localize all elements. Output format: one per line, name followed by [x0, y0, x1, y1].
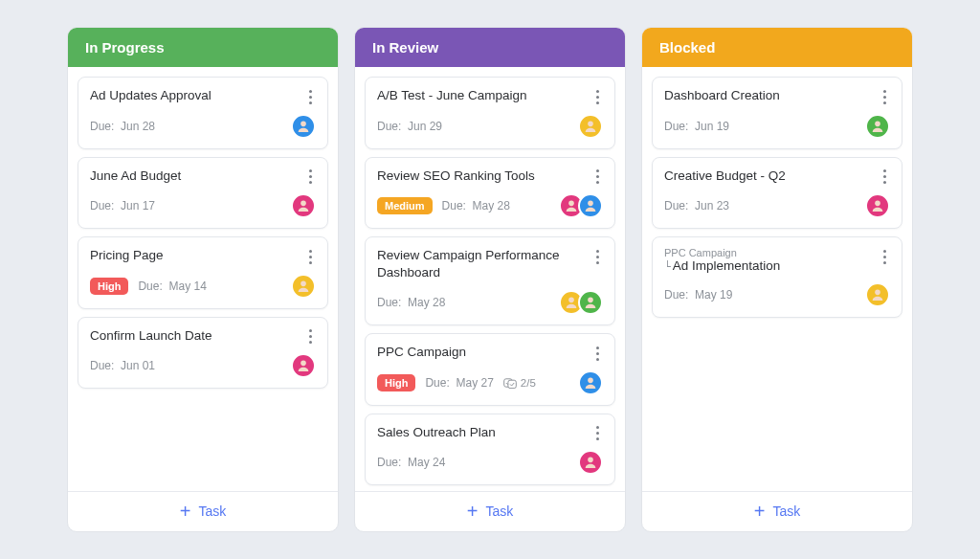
assignees	[578, 114, 603, 139]
svg-point-11	[588, 377, 593, 383]
add-task-label: Task	[772, 503, 800, 519]
column-body: Ad Updates Approval Due: Jun 28 June Ad …	[68, 67, 338, 491]
column-footer: + Task	[642, 491, 912, 531]
more-options-icon[interactable]	[877, 247, 892, 266]
svg-point-15	[875, 290, 880, 296]
plus-icon: +	[180, 502, 191, 521]
column-header: Blocked	[642, 28, 912, 67]
avatar-icon	[865, 282, 890, 307]
avatar-icon	[578, 193, 603, 218]
card-title: Ad Updates Approval	[90, 87, 316, 104]
add-task-button[interactable]: + Task	[754, 502, 800, 521]
more-options-icon[interactable]	[590, 424, 605, 443]
add-task-label: Task	[485, 503, 513, 519]
avatar-icon	[291, 353, 316, 378]
svg-point-5	[568, 201, 574, 207]
assignees	[291, 114, 316, 139]
task-card[interactable]: A/B Test - June Campaign Due: Jun 29	[365, 77, 615, 149]
column-footer: + Task	[68, 491, 338, 531]
card-title: Dashboard Creation	[664, 87, 890, 104]
svg-point-3	[301, 361, 306, 367]
due-date: Due: May 14	[138, 280, 206, 293]
priority-badge: High	[90, 278, 128, 295]
more-options-icon[interactable]	[590, 247, 605, 266]
assignees	[291, 274, 316, 299]
assignees	[291, 193, 316, 218]
task-card[interactable]: Dashboard Creation Due: Jun 19	[652, 77, 902, 149]
kanban-column: Blocked Dashboard Creation Due: Jun 19 C…	[641, 27, 913, 532]
kanban-column: In Progress Ad Updates Approval Due: Jun…	[67, 27, 339, 532]
add-task-label: Task	[198, 503, 226, 519]
task-card[interactable]: PPC Campaign High Due: May 27 2/5	[365, 333, 615, 406]
avatar-icon	[291, 274, 316, 299]
assignees	[559, 290, 603, 315]
svg-point-8	[588, 298, 593, 303]
task-card[interactable]: June Ad Budget Due: Jun 17	[78, 157, 328, 230]
priority-badge: Medium	[377, 197, 433, 214]
more-options-icon[interactable]	[590, 87, 605, 106]
column-footer: + Task	[355, 491, 625, 531]
more-options-icon[interactable]	[590, 168, 605, 187]
column-body: A/B Test - June Campaign Due: Jun 29 Rev…	[355, 67, 625, 491]
card-title: Confirm Launch Date	[90, 327, 316, 345]
kanban-board: In Progress Ad Updates Approval Due: Jun…	[67, 27, 913, 532]
column-header: In Progress	[68, 28, 338, 67]
card-parent: PPC Campaign└Ad Implementation	[664, 247, 890, 273]
assignees	[865, 114, 890, 139]
avatar-icon	[865, 114, 890, 139]
card-title: Sales Outreach Plan	[377, 424, 603, 441]
svg-point-1	[301, 201, 306, 207]
assignees	[578, 370, 603, 395]
due-date: Due: Jun 29	[377, 120, 442, 133]
due-date: Due: Jun 19	[664, 120, 729, 133]
avatar-icon	[578, 450, 603, 475]
task-card[interactable]: Pricing Page High Due: May 14	[78, 236, 328, 309]
kanban-column: In Review A/B Test - June Campaign Due: …	[354, 27, 626, 532]
due-date: Due: Jun 23	[664, 199, 729, 212]
add-task-button[interactable]: + Task	[467, 502, 513, 521]
svg-point-2	[301, 280, 306, 286]
assignees	[559, 193, 603, 218]
avatar-icon	[578, 114, 603, 139]
avatar-icon	[291, 114, 316, 139]
due-date: Due: May 19	[664, 288, 732, 302]
plus-icon: +	[467, 502, 479, 521]
svg-point-13	[875, 121, 880, 126]
task-card[interactable]: Sales Outreach Plan Due: May 24	[365, 414, 615, 486]
card-title: Pricing Page	[90, 247, 316, 264]
priority-badge: High	[377, 374, 415, 391]
svg-rect-10	[508, 380, 516, 388]
card-title: A/B Test - June Campaign	[377, 87, 603, 104]
task-card[interactable]: Creative Budget - Q2 Due: Jun 23	[652, 157, 902, 230]
column-body: Dashboard Creation Due: Jun 19 Creative …	[642, 67, 912, 491]
card-title: Review Campaign Performance Dashboard	[377, 247, 603, 280]
more-options-icon[interactable]	[302, 168, 318, 187]
svg-point-7	[568, 298, 574, 303]
task-card[interactable]: Confirm Launch Date Due: Jun 01	[78, 317, 328, 390]
avatar-icon	[578, 370, 603, 395]
due-date: Due: May 24	[377, 456, 445, 469]
checklist-indicator: 2/5	[503, 377, 536, 389]
task-card[interactable]: Review SEO Ranking Tools Medium Due: May…	[365, 157, 615, 230]
assignees	[865, 193, 890, 218]
due-date: Due: Jun 01	[90, 359, 155, 372]
more-options-icon[interactable]	[302, 87, 318, 106]
card-title: June Ad Budget	[90, 168, 316, 185]
task-card[interactable]: PPC Campaign└Ad Implementation Due: May …	[652, 236, 902, 318]
card-title: Creative Budget - Q2	[664, 168, 890, 185]
add-task-button[interactable]: + Task	[180, 502, 226, 521]
more-options-icon[interactable]	[877, 87, 892, 106]
avatar-icon	[578, 290, 603, 315]
more-options-icon[interactable]	[590, 344, 605, 363]
due-date: Due: May 27	[425, 376, 493, 390]
more-options-icon[interactable]	[302, 247, 318, 266]
svg-point-6	[588, 201, 593, 207]
task-card[interactable]: Review Campaign Performance Dashboard Du…	[365, 236, 615, 325]
more-options-icon[interactable]	[877, 168, 892, 187]
more-options-icon[interactable]	[302, 327, 318, 347]
assignees	[291, 353, 316, 378]
task-card[interactable]: Ad Updates Approval Due: Jun 28	[78, 77, 328, 149]
plus-icon: +	[754, 502, 766, 521]
due-date: Due: Jun 28	[90, 120, 155, 133]
due-date: Due: May 28	[442, 199, 510, 212]
